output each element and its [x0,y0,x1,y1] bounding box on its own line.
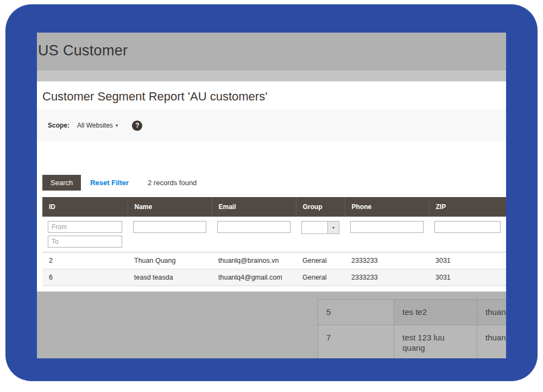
group-filter-select[interactable]: ▾ [301,221,339,234]
cell-id: 2 [42,252,128,269]
page-title: Customer Segment Report 'AU customers' [37,81,506,104]
app-header: US Customer [37,33,506,71]
column-header-zip[interactable]: ZIP [429,197,506,217]
cell-zip: 3031 [429,269,506,286]
cell-phone: 2333233 [345,269,429,286]
header-divider-band [37,71,506,81]
phone-filter-input[interactable] [350,221,424,233]
scope-label: Scope: [48,122,70,129]
bg-cell-name: tes te2 [394,300,477,325]
scope-selected-value: All Websites [77,122,113,129]
zip-filter-input[interactable] [434,221,501,233]
cell-email: thuanlq4@gmail.com [212,269,296,286]
bg-cell-id: 7 [318,325,394,359]
table-row[interactable]: 6 teasd teasda thuanlq4@gmail.com Genera… [42,269,506,286]
email-filter-input[interactable] [217,221,291,233]
search-button[interactable]: Search [42,175,81,191]
grid-header-row: ID Name Email Group Phone ZIP [42,197,506,217]
cell-name: Thuan Quang [128,252,212,269]
cell-name: teasd teasda [128,269,212,286]
column-header-id[interactable]: ID [42,197,128,217]
name-filter-input[interactable] [133,221,206,233]
cell-group: General [296,269,345,286]
select-caret-icon: ▾ [327,222,339,233]
customer-grid: ID Name Email Group Phone ZIP [42,197,506,286]
cell-id: 6 [42,269,128,286]
background-grid-fragment: 5 tes te2 thuanlq 7 test 123 luu quang t… [318,299,506,358]
background-grid-row: 7 test 123 luu quang thuanlq [318,325,506,359]
grid-filter-row: ▾ [42,217,506,252]
id-from-filter-input[interactable] [48,221,122,233]
background-grid-row: 5 tes te2 thuanlq [318,300,506,325]
help-icon[interactable]: ? [132,121,142,131]
grid-container: ID Name Email Group Phone ZIP [42,197,506,286]
column-header-phone[interactable]: Phone [345,197,429,217]
scope-bar: Scope: All Websites ▾ ? [37,109,506,142]
column-header-name[interactable]: Name [128,197,212,217]
reset-filter-link[interactable]: Reset Filter [90,179,129,187]
window-title: US Customer [37,33,506,59]
id-to-filter-input[interactable] [48,236,122,248]
column-header-group[interactable]: Group [296,197,345,217]
scope-selector[interactable]: All Websites ▾ [77,122,118,129]
bg-cell-email: thuanlq [477,300,506,325]
cell-group: General [296,252,345,269]
bg-cell-email: thuanlq [477,325,506,359]
app-window: US Customer Customer Segment Report 'AU … [37,33,506,358]
cell-zip: 3031 [429,252,506,269]
cell-phone: 2333233 [345,252,429,269]
bg-cell-id: 5 [318,300,394,325]
column-header-email[interactable]: Email [212,197,296,217]
cell-email: thuanlq@brainos.vn [212,252,296,269]
records-found-text: 2 records found [148,179,197,187]
report-panel: Customer Segment Report 'AU customers' S… [37,81,506,292]
chevron-down-icon: ▾ [116,123,118,128]
bg-cell-name: test 123 luu quang [394,325,477,359]
group-filter-value [302,222,327,233]
grid-toolbar: Search Reset Filter 2 records found [37,174,506,191]
table-row[interactable]: 2 Thuan Quang thuanlq@brainos.vn General… [42,252,506,269]
